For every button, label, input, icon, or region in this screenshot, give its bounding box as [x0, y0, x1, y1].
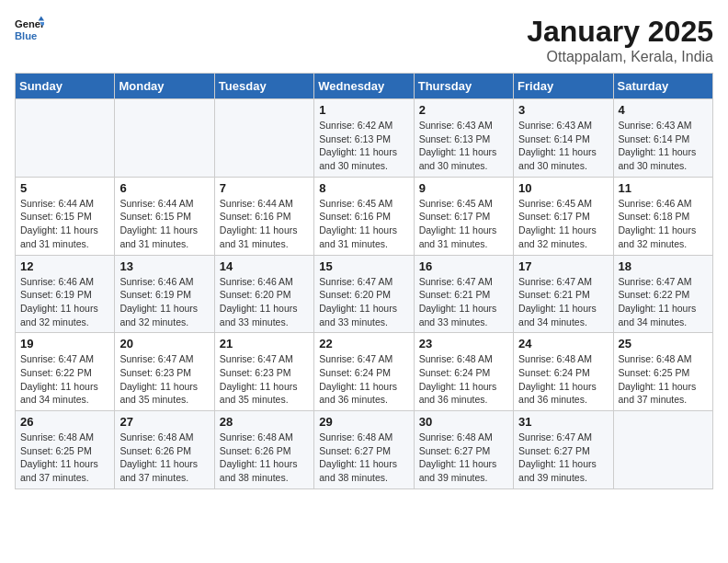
day-detail: Sunrise: 6:48 AMSunset: 6:24 PMDaylight:… — [419, 352, 508, 407]
day-detail: Sunrise: 6:44 AMSunset: 6:15 PMDaylight:… — [20, 197, 109, 251]
logo: General Blue — [15, 15, 44, 44]
table-row: 11Sunrise: 6:46 AMSunset: 6:18 PMDayligh… — [613, 177, 712, 255]
table-row: 3Sunrise: 6:43 AMSunset: 6:14 PMDaylight… — [514, 99, 613, 178]
table-row: 2Sunrise: 6:43 AMSunset: 6:13 PMDaylight… — [414, 99, 513, 178]
table-row: 12Sunrise: 6:46 AMSunset: 6:19 PMDayligh… — [16, 255, 115, 333]
day-detail: Sunrise: 6:46 AMSunset: 6:18 PMDaylight:… — [619, 197, 708, 251]
day-number: 29 — [319, 415, 408, 429]
col-monday: Monday — [115, 74, 214, 99]
calendar-header: Sunday Monday Tuesday Wednesday Thursday… — [16, 74, 713, 99]
calendar-body: 1Sunrise: 6:42 AMSunset: 6:13 PMDaylight… — [16, 99, 713, 489]
table-row: 5Sunrise: 6:44 AMSunset: 6:15 PMDaylight… — [16, 177, 115, 255]
page-header: General Blue January 2025 Ottappalam, Ke… — [15, 15, 713, 65]
col-wednesday: Wednesday — [314, 74, 414, 99]
day-number: 9 — [419, 181, 508, 195]
svg-text:Blue: Blue — [15, 30, 37, 41]
table-row: 25Sunrise: 6:48 AMSunset: 6:25 PMDayligh… — [613, 333, 712, 411]
location-subtitle: Ottappalam, Kerala, India — [527, 49, 713, 65]
logo-icon: General Blue — [15, 15, 44, 44]
col-tuesday: Tuesday — [214, 74, 313, 99]
day-detail: Sunrise: 6:43 AMSunset: 6:14 PMDaylight:… — [518, 119, 608, 173]
table-row: 4Sunrise: 6:43 AMSunset: 6:14 PMDaylight… — [613, 99, 712, 178]
day-detail: Sunrise: 6:47 AMSunset: 6:22 PMDaylight:… — [20, 352, 109, 407]
table-row — [115, 99, 214, 178]
table-row: 27Sunrise: 6:48 AMSunset: 6:26 PMDayligh… — [115, 411, 214, 489]
table-row: 7Sunrise: 6:44 AMSunset: 6:16 PMDaylight… — [214, 177, 313, 255]
table-row: 14Sunrise: 6:46 AMSunset: 6:20 PMDayligh… — [214, 255, 313, 333]
day-number: 15 — [319, 259, 408, 273]
day-detail: Sunrise: 6:44 AMSunset: 6:15 PMDaylight:… — [119, 197, 209, 251]
day-number: 22 — [319, 337, 408, 350]
day-number: 3 — [518, 103, 608, 117]
col-friday: Friday — [514, 74, 613, 99]
day-number: 24 — [518, 337, 608, 350]
day-number: 12 — [20, 259, 109, 273]
day-detail: Sunrise: 6:47 AMSunset: 6:27 PMDaylight:… — [518, 431, 608, 485]
day-detail: Sunrise: 6:47 AMSunset: 6:20 PMDaylight:… — [319, 275, 408, 329]
col-thursday: Thursday — [414, 74, 513, 99]
day-number: 7 — [220, 181, 309, 195]
day-detail: Sunrise: 6:48 AMSunset: 6:26 PMDaylight:… — [119, 431, 209, 485]
day-detail: Sunrise: 6:47 AMSunset: 6:21 PMDaylight:… — [419, 275, 508, 329]
table-row: 21Sunrise: 6:47 AMSunset: 6:23 PMDayligh… — [214, 333, 313, 411]
day-detail: Sunrise: 6:47 AMSunset: 6:21 PMDaylight:… — [518, 275, 608, 329]
table-row: 6Sunrise: 6:44 AMSunset: 6:15 PMDaylight… — [115, 177, 214, 255]
day-number: 20 — [119, 337, 209, 350]
day-number: 11 — [619, 181, 708, 195]
col-sunday: Sunday — [16, 74, 115, 99]
calendar-table: Sunday Monday Tuesday Wednesday Thursday… — [15, 73, 713, 489]
day-detail: Sunrise: 6:48 AMSunset: 6:24 PMDaylight:… — [518, 352, 608, 407]
day-detail: Sunrise: 6:48 AMSunset: 6:27 PMDaylight:… — [419, 431, 508, 485]
table-row: 23Sunrise: 6:48 AMSunset: 6:24 PMDayligh… — [414, 333, 513, 411]
table-row: 8Sunrise: 6:45 AMSunset: 6:16 PMDaylight… — [314, 177, 414, 255]
table-row: 13Sunrise: 6:46 AMSunset: 6:19 PMDayligh… — [115, 255, 214, 333]
day-number: 4 — [619, 103, 708, 117]
table-row — [613, 411, 712, 489]
day-detail: Sunrise: 6:45 AMSunset: 6:16 PMDaylight:… — [319, 197, 408, 251]
day-number: 26 — [20, 415, 109, 429]
day-number: 21 — [220, 337, 309, 350]
day-number: 10 — [518, 181, 608, 195]
day-detail: Sunrise: 6:48 AMSunset: 6:26 PMDaylight:… — [220, 431, 309, 485]
table-row: 1Sunrise: 6:42 AMSunset: 6:13 PMDaylight… — [314, 99, 414, 178]
day-detail: Sunrise: 6:44 AMSunset: 6:16 PMDaylight:… — [220, 197, 309, 251]
title-block: January 2025 Ottappalam, Kerala, India — [527, 15, 713, 65]
table-row: 26Sunrise: 6:48 AMSunset: 6:25 PMDayligh… — [16, 411, 115, 489]
day-detail: Sunrise: 6:45 AMSunset: 6:17 PMDaylight:… — [518, 197, 608, 251]
day-number: 17 — [518, 259, 608, 273]
day-detail: Sunrise: 6:48 AMSunset: 6:25 PMDaylight:… — [619, 352, 708, 407]
table-row: 16Sunrise: 6:47 AMSunset: 6:21 PMDayligh… — [414, 255, 513, 333]
table-row: 28Sunrise: 6:48 AMSunset: 6:26 PMDayligh… — [214, 411, 313, 489]
day-detail: Sunrise: 6:47 AMSunset: 6:24 PMDaylight:… — [319, 352, 408, 407]
day-detail: Sunrise: 6:42 AMSunset: 6:13 PMDaylight:… — [319, 119, 408, 173]
month-title: January 2025 — [527, 15, 713, 49]
table-row — [214, 99, 313, 178]
day-detail: Sunrise: 6:45 AMSunset: 6:17 PMDaylight:… — [419, 197, 508, 251]
table-row: 17Sunrise: 6:47 AMSunset: 6:21 PMDayligh… — [514, 255, 613, 333]
day-number: 28 — [220, 415, 309, 429]
table-row: 24Sunrise: 6:48 AMSunset: 6:24 PMDayligh… — [514, 333, 613, 411]
day-detail: Sunrise: 6:46 AMSunset: 6:19 PMDaylight:… — [20, 275, 109, 329]
day-detail: Sunrise: 6:47 AMSunset: 6:23 PMDaylight:… — [119, 352, 209, 407]
day-detail: Sunrise: 6:48 AMSunset: 6:25 PMDaylight:… — [20, 431, 109, 485]
col-saturday: Saturday — [613, 74, 712, 99]
table-row: 31Sunrise: 6:47 AMSunset: 6:27 PMDayligh… — [514, 411, 613, 489]
table-row: 18Sunrise: 6:47 AMSunset: 6:22 PMDayligh… — [613, 255, 712, 333]
day-detail: Sunrise: 6:48 AMSunset: 6:27 PMDaylight:… — [319, 431, 408, 485]
day-detail: Sunrise: 6:43 AMSunset: 6:13 PMDaylight:… — [419, 119, 508, 173]
day-detail: Sunrise: 6:47 AMSunset: 6:22 PMDaylight:… — [619, 275, 708, 329]
day-detail: Sunrise: 6:43 AMSunset: 6:14 PMDaylight:… — [619, 119, 708, 173]
table-row: 30Sunrise: 6:48 AMSunset: 6:27 PMDayligh… — [414, 411, 513, 489]
day-number: 16 — [419, 259, 508, 273]
day-detail: Sunrise: 6:46 AMSunset: 6:19 PMDaylight:… — [119, 275, 209, 329]
day-number: 27 — [119, 415, 209, 429]
table-row — [16, 99, 115, 178]
table-row: 20Sunrise: 6:47 AMSunset: 6:23 PMDayligh… — [115, 333, 214, 411]
day-number: 30 — [419, 415, 508, 429]
day-number: 2 — [419, 103, 508, 117]
table-row: 15Sunrise: 6:47 AMSunset: 6:20 PMDayligh… — [314, 255, 414, 333]
day-number: 23 — [419, 337, 508, 350]
day-number: 1 — [319, 103, 408, 117]
day-number: 5 — [20, 181, 109, 195]
table-row: 29Sunrise: 6:48 AMSunset: 6:27 PMDayligh… — [314, 411, 414, 489]
